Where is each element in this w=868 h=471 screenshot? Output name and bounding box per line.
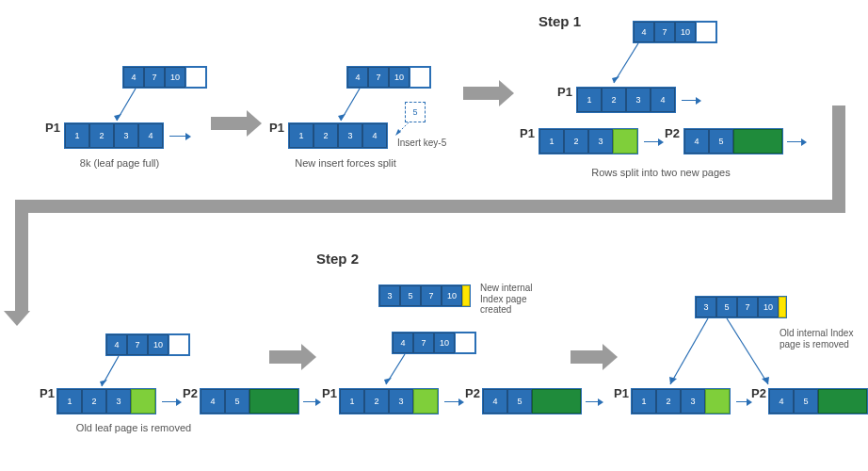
leaf-free	[249, 389, 298, 414]
leaf-p2-row1: 4 5	[683, 128, 783, 154]
leaf-p1-row1: 1 2 3	[538, 128, 638, 154]
svg-marker-15	[762, 377, 769, 384]
svg-line-0	[117, 89, 136, 121]
idx-cell: 5	[400, 285, 421, 306]
leaf-p1-r2a: 1 2 3	[56, 388, 156, 414]
leaf-cell: 2	[82, 389, 106, 414]
caption-5: New internal Index page created	[480, 283, 555, 316]
leaf-cell: 2	[602, 88, 626, 112]
flow-connector	[15, 200, 28, 313]
leaf-old-row1: 1 2 3 4	[576, 87, 676, 113]
p1-label: P1	[614, 386, 629, 400]
idx-cell: 10	[434, 333, 455, 353]
index-page-1: 4 7 10	[122, 66, 207, 89]
leaf-cell: 4	[201, 389, 225, 414]
leaf-cell: 3	[389, 389, 413, 414]
svg-line-4	[395, 122, 409, 136]
leaf-cell: 3	[338, 123, 362, 148]
idx-cell: 7	[413, 333, 434, 353]
idx-cell: 7	[368, 67, 389, 88]
leaf-cell: 1	[632, 389, 656, 414]
leaf-page-full-2: 1 2 3 4	[288, 122, 388, 149]
caption-1: 8k (leaf page full)	[68, 157, 171, 169]
idx-cell: 10	[148, 334, 169, 355]
leaf-cell: 1	[65, 123, 89, 148]
leaf-p1-final: 1 2 3	[631, 388, 731, 414]
leaf-cell: 3	[588, 129, 613, 154]
link-arrow	[169, 136, 186, 137]
leaf-cell: 2	[656, 389, 681, 414]
index-page-r2a: 4 7 10	[105, 333, 190, 356]
caption-4: Old leaf page is removed	[58, 422, 209, 433]
svg-line-2	[341, 89, 360, 121]
flow-arrow	[269, 350, 303, 364]
leaf-cell: 1	[539, 129, 564, 154]
link-arrow	[682, 100, 697, 101]
svg-marker-3	[338, 114, 346, 121]
idx-cell: 10	[675, 22, 696, 42]
flow-connector	[832, 106, 845, 200]
new-index-page: 3 5 7 10	[378, 284, 471, 307]
idx-cell: 10	[442, 285, 462, 306]
svg-marker-1	[114, 114, 121, 121]
leaf-free	[413, 389, 438, 414]
leaf-cell: 5	[794, 389, 818, 414]
leaf-cell: 2	[89, 123, 114, 148]
leaf-free	[818, 389, 867, 414]
leaf-cell: 4	[138, 123, 163, 148]
link-arrow	[303, 401, 316, 402]
insert-annot: Insert key-5	[397, 138, 446, 149]
p2-label: P2	[465, 386, 480, 400]
idx-cell: 4	[347, 67, 368, 88]
idx-cell: 4	[393, 333, 413, 353]
final-index-page: 3 5 7 10	[695, 296, 787, 318]
leaf-free	[705, 389, 730, 414]
p1-label: P1	[45, 121, 60, 135]
idx-empty	[455, 333, 475, 353]
leaf-free	[613, 129, 637, 154]
idx-cell: 10	[165, 67, 185, 88]
leaf-p2-final: 4 5	[768, 388, 868, 414]
p2-label: P2	[751, 386, 766, 400]
leaf-p2-r2b: 4 5	[482, 388, 582, 414]
old-index-page-r2b: 4 7 10	[392, 332, 476, 354]
idx-cell: 7	[737, 297, 758, 317]
svg-line-12	[670, 318, 708, 384]
leaf-cell: 5	[225, 389, 249, 414]
caption-3: Rows split into two new pages	[576, 167, 746, 178]
leaf-cell: 4	[769, 389, 794, 414]
idx-cell: 7	[421, 285, 442, 306]
leaf-cell: 1	[289, 123, 313, 148]
step1-title: Step 1	[538, 13, 581, 29]
idx-empty	[696, 22, 716, 42]
leaf-cell: 4	[362, 123, 387, 148]
idx-cell: 4	[106, 334, 127, 355]
idx-cell: 7	[144, 67, 165, 88]
idx-empty	[185, 67, 206, 88]
page-split-diagram: Step 1 4 7 10 P1 1 2 3 4 8k (leaf page f…	[11, 11, 857, 460]
p1-label: P1	[269, 121, 284, 135]
link-arrow	[787, 141, 802, 142]
idx-cell: 7	[127, 334, 148, 355]
svg-line-8	[102, 356, 119, 386]
leaf-cell: 3	[106, 389, 131, 414]
leaf-cell: 1	[340, 389, 364, 414]
leaf-cell: 3	[626, 88, 651, 112]
idx-cell: 5	[716, 297, 737, 317]
p1-label: P1	[557, 85, 572, 99]
index-page-2: 4 7 10	[346, 66, 431, 89]
link-arrow	[586, 401, 599, 402]
idx-cell: 10	[389, 67, 410, 88]
leaf-p1-r2b: 1 2 3	[339, 388, 439, 414]
caption-2: New insert forces split	[284, 157, 407, 169]
insert-key-cell: 5	[405, 102, 426, 122]
leaf-cell: 4	[684, 129, 709, 154]
idx-cell: 4	[634, 22, 654, 42]
leaf-cell: 2	[564, 129, 588, 154]
leaf-cell: 4	[483, 389, 507, 414]
p2-label: P2	[665, 126, 680, 140]
p1-label: P1	[322, 386, 337, 400]
svg-line-6	[614, 43, 638, 83]
leaf-cell: 5	[507, 389, 532, 414]
link-arrow	[444, 401, 459, 402]
